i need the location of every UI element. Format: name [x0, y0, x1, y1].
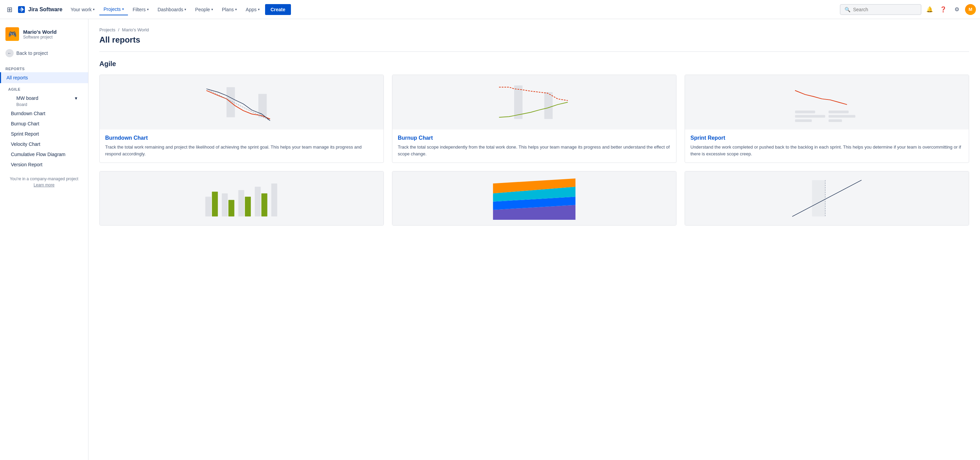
chevron-down-icon: ▾ — [185, 8, 186, 11]
burnup-card-body: Burnup Chart Track the total scope indep… — [392, 129, 676, 163]
breadcrumb-project[interactable]: Mario's World — [122, 27, 149, 32]
svg-rect-5 — [544, 92, 553, 119]
nav-projects[interactable]: Projects ▾ — [99, 4, 128, 15]
version-chart-preview — [685, 171, 969, 225]
back-icon: ← — [5, 49, 14, 57]
grid-icon[interactable]: ⊞ — [4, 3, 15, 16]
learn-more-link[interactable]: Learn more — [5, 183, 83, 187]
sprint-card[interactable]: Sprint Report Understand the work comple… — [685, 75, 969, 163]
board-header: MW board ▾ — [8, 93, 83, 102]
project-info: Mario's World Software project — [23, 29, 56, 40]
chevron-down-icon: ▾ — [211, 8, 213, 11]
svg-rect-16 — [238, 190, 244, 217]
svg-rect-8 — [795, 119, 811, 122]
sidebar-bottom: You're in a company-managed project Lear… — [0, 171, 88, 193]
sidebar-burnup[interactable]: Burnup Chart — [8, 118, 83, 129]
create-button[interactable]: Create — [265, 4, 291, 15]
sidebar-sprint[interactable]: Sprint Report — [8, 129, 83, 139]
cfd-card-partial[interactable] — [392, 171, 676, 225]
breadcrumb-projects[interactable]: Projects — [99, 27, 115, 32]
svg-line-26 — [792, 180, 862, 217]
search-box[interactable]: 🔍 — [840, 4, 921, 15]
svg-rect-14 — [222, 193, 228, 216]
project-icon: 🎮 — [5, 27, 19, 41]
settings-button[interactable]: ⚙ — [951, 4, 962, 15]
cfd-chart-preview — [392, 171, 676, 225]
back-label: Back to project — [16, 50, 48, 56]
svg-rect-18 — [255, 187, 261, 216]
sprint-title[interactable]: Sprint Report — [690, 135, 963, 141]
svg-rect-7 — [795, 115, 825, 118]
svg-rect-2 — [258, 94, 267, 117]
chevron-down-icon: ▾ — [122, 7, 124, 11]
velocity-chart-preview — [100, 171, 383, 225]
nav-items: Your work ▾ Projects ▾ Filters ▾ Dashboa… — [66, 4, 264, 15]
version-card-partial[interactable] — [685, 171, 969, 225]
burndown-desc: Track the total work remaining and proje… — [105, 144, 378, 157]
sidebar-velocity[interactable]: Velocity Chart — [8, 139, 83, 149]
cards-grid: Burndown Chart Track the total work rema… — [99, 75, 969, 163]
nav-filters[interactable]: Filters ▾ — [129, 4, 153, 15]
breadcrumb: Projects / Mario's World — [99, 27, 969, 32]
top-navigation: ⊞ Jira Software Your work ▾ Projects ▾ F… — [0, 0, 980, 19]
chevron-down-icon: ▾ — [75, 96, 77, 101]
svg-rect-6 — [795, 111, 815, 113]
svg-rect-13 — [212, 192, 218, 217]
help-button[interactable]: ❓ — [938, 4, 949, 15]
notifications-button[interactable]: 🔔 — [924, 4, 935, 15]
bottom-cards — [99, 171, 969, 225]
nav-dashboards[interactable]: Dashboards ▾ — [153, 4, 191, 15]
burndown-title[interactable]: Burndown Chart — [105, 135, 378, 141]
svg-rect-19 — [261, 193, 267, 216]
burnup-chart-preview — [392, 75, 676, 129]
section-agile: Agile — [99, 60, 969, 68]
jira-logo-text: Jira Software — [28, 6, 62, 13]
board-type: Board — [8, 102, 83, 109]
jira-logo[interactable]: Jira Software — [17, 5, 62, 14]
chevron-down-icon: ▾ — [93, 8, 95, 11]
search-input[interactable] — [853, 7, 917, 12]
burnup-title[interactable]: Burnup Chart — [398, 135, 671, 141]
sidebar-cfd[interactable]: Cumulative Flow Diagram — [8, 149, 83, 160]
burnup-desc: Track the total scope independently from… — [398, 144, 671, 157]
svg-rect-10 — [829, 115, 856, 118]
sidebar-burndown[interactable]: Burndown Chart — [8, 109, 83, 118]
divider — [99, 51, 969, 52]
breadcrumb-separator: / — [118, 27, 119, 32]
sprint-chart-preview — [685, 75, 969, 129]
sidebar: 🎮 Mario's World Software project ← Back … — [0, 19, 89, 460]
nav-people[interactable]: People ▾ — [191, 4, 217, 15]
svg-rect-11 — [829, 119, 842, 122]
sprint-card-body: Sprint Report Understand the work comple… — [685, 129, 969, 163]
sidebar-all-reports[interactable]: All reports — [0, 72, 88, 83]
main-layout: 🎮 Mario's World Software project ← Back … — [0, 19, 980, 460]
board-name: MW board — [16, 96, 38, 101]
project-name: Mario's World — [23, 29, 56, 35]
chevron-down-icon: ▾ — [147, 8, 149, 11]
nav-your-work[interactable]: Your work ▾ — [66, 4, 99, 15]
svg-rect-9 — [829, 111, 849, 113]
nav-plans[interactable]: Plans ▾ — [218, 4, 241, 15]
chevron-down-icon: ▾ — [258, 8, 259, 11]
sidebar-version[interactable]: Version Report — [8, 160, 83, 170]
svg-rect-25 — [812, 180, 825, 217]
company-note: You're in a company-managed project — [10, 177, 78, 181]
avatar[interactable]: M — [965, 4, 976, 15]
page-title: All reports — [99, 35, 969, 45]
main-content: Projects / Mario's World All reports Agi… — [89, 19, 980, 460]
chevron-down-icon: ▾ — [235, 8, 237, 11]
back-to-project-button[interactable]: ← Back to project — [0, 46, 88, 60]
burnup-card[interactable]: Burnup Chart Track the total scope indep… — [392, 75, 676, 163]
burndown-card[interactable]: Burndown Chart Track the total work rema… — [99, 75, 384, 163]
svg-rect-12 — [205, 196, 211, 216]
nav-left: ⊞ Jira Software Your work ▾ Projects ▾ F… — [4, 3, 291, 16]
svg-rect-20 — [271, 183, 277, 216]
nav-apps[interactable]: Apps ▾ — [242, 4, 264, 15]
sprint-desc: Understand the work completed or pushed … — [690, 144, 963, 157]
velocity-card-partial[interactable] — [99, 171, 384, 225]
agile-title: AGILE — [8, 85, 83, 93]
project-type: Software project — [23, 35, 56, 40]
agile-subsection: AGILE MW board ▾ Board Burndown Chart Bu… — [0, 83, 88, 171]
reports-section-title: Reports — [0, 63, 88, 72]
svg-rect-15 — [228, 200, 234, 216]
